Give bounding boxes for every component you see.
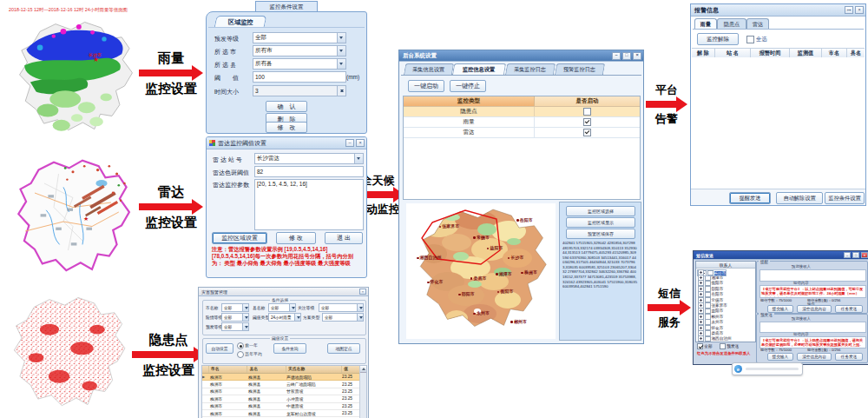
enable-checkbox[interactable]: [583, 108, 591, 116]
chevron-down-icon[interactable]: [337, 59, 345, 69]
recv-preview-box[interactable]: [760, 269, 866, 282]
select-all-checkbox[interactable]: 全选: [746, 36, 767, 43]
chevron-down-icon[interactable]: [242, 323, 248, 330]
checkbox-icon[interactable]: [720, 343, 726, 349]
chevron-down-icon[interactable]: [289, 304, 295, 311]
clear-content-button[interactable]: 清空信息内容: [797, 305, 832, 313]
submit-input-button[interactable]: 提交输入: [767, 353, 793, 361]
sms-select-all[interactable]: 全部: [697, 343, 712, 349]
monitor-condition-settings-button[interactable]: 监控条件设置: [825, 192, 865, 204]
table-row[interactable]: 雨量: [404, 117, 640, 128]
chevron-down-icon[interactable]: [337, 46, 345, 56]
radar-params-textarea[interactable]: [20, 1.5, 4.5, 12, 16]: [254, 179, 364, 230]
chevron-down-icon[interactable]: [294, 314, 300, 321]
table-row[interactable]: 株洲市 株洲县 龙军村山边滑坡 23.25: [202, 410, 366, 417]
table-row[interactable]: 隐患点: [404, 107, 640, 117]
sms-content-box[interactable]: 【省厅可视化监控平台】：以上隐患点雨量已达到阈值，请相关单位做好监测防范，必要时…: [760, 336, 866, 348]
table-row[interactable]: 株洲市 株洲县 小冲滑坡 23.25: [202, 395, 366, 402]
radar-threshold-input[interactable]: 82: [254, 166, 364, 177]
radio-avg-year[interactable]: 历年平均: [237, 351, 262, 358]
region-show-button[interactable]: 监控区域显示: [566, 217, 635, 228]
confirm-button[interactable]: 确 认: [266, 101, 307, 112]
enable-checkbox[interactable]: [583, 129, 591, 136]
maximize-icon[interactable]: □: [622, 52, 631, 60]
chevron-down-icon[interactable]: [242, 314, 248, 321]
filter-threshold-type-select[interactable]: 24小时雨量: [268, 313, 301, 322]
tab-collect-settings[interactable]: 采集信息设置: [404, 63, 454, 76]
tab-collect-log[interactable]: 采集监控日志: [505, 63, 556, 76]
close-icon[interactable]: ×: [633, 52, 641, 60]
enable-checkbox[interactable]: [583, 118, 591, 126]
task-send-button[interactable]: 任务发送: [835, 353, 863, 361]
start-all-button[interactable]: 一键启动: [408, 80, 444, 92]
table-row[interactable]: 株洲市 株洲县 甘家滑坡 23.25: [202, 388, 366, 395]
minimize-icon[interactable]: –: [345, 139, 354, 147]
checkbox-icon[interactable]: [746, 36, 754, 43]
radar-modify-button[interactable]: 修 改: [276, 232, 316, 244]
auto-set-button[interactable]: 自动设置: [206, 343, 233, 354]
city-select[interactable]: 所有市: [253, 45, 346, 56]
recv-preview-box[interactable]: [760, 322, 866, 333]
query-button[interactable]: 条件查询: [273, 343, 306, 354]
checkbox-icon[interactable]: [705, 336, 711, 342]
radio-prev-year[interactable]: 前一年: [237, 342, 258, 349]
alarm-titlebar[interactable]: 报警信息 ⊶ ×: [691, 4, 865, 17]
filter-city-select[interactable]: 全部: [221, 303, 249, 312]
sms-titlebar[interactable]: 短信发送 – □ ×: [694, 251, 868, 260]
tab-warn-log[interactable]: 预警监控日志: [555, 63, 605, 76]
pin-icon[interactable]: ⊶: [845, 6, 853, 14]
radar-station-select[interactable]: 长沙雷达: [254, 153, 364, 164]
modify-button[interactable]: 修 改: [266, 122, 307, 133]
table-row[interactable]: 雷达: [404, 128, 640, 138]
tab-monitor-settings[interactable]: 监控信息设置: [452, 63, 506, 76]
maximize-icon[interactable]: □: [852, 252, 859, 258]
hazard-window-titlebar[interactable]: 灾害预警管理 ×: [199, 288, 368, 296]
radar-exit-button[interactable]: 退 出: [325, 232, 363, 244]
task-send-button[interactable]: 任务发送: [835, 305, 863, 313]
chevron-down-icon[interactable]: [357, 314, 363, 321]
monitor-region-button[interactable]: 监控区域设置: [212, 232, 267, 244]
minimize-icon[interactable]: –: [612, 52, 621, 60]
table-row[interactable]: ▶ 株洲市 株洲县 严塘地面塌陷 23.25: [202, 374, 366, 381]
release-monitor-button[interactable]: 监控解除: [697, 33, 739, 45]
submit-input-button[interactable]: 提交输入: [767, 305, 793, 313]
region-save-button[interactable]: 预警区域保存: [566, 229, 635, 239]
close-icon[interactable]: ×: [356, 139, 365, 147]
filter-warnlevel-select[interactable]: 全部: [221, 322, 249, 331]
filter-county-select[interactable]: 全部: [268, 303, 296, 312]
vertical-scrollbar[interactable]: [359, 366, 366, 418]
table-row[interactable]: 株洲市 株洲县 中塘滑坡 23.25: [202, 403, 366, 410]
chevron-down-icon[interactable]: [357, 304, 363, 311]
chevron-down-icon[interactable]: [354, 154, 363, 163]
stop-all-button[interactable]: 一键停止: [450, 80, 486, 92]
checkbox-icon[interactable]: [707, 270, 713, 276]
table-row[interactable]: 株洲市 株洲县 云峰广地面塌陷 23.25: [202, 381, 366, 388]
sms-content-box[interactable]: 【省厅可视化监控平台】：以上站点雨量已达到阈值，可能引发地质灾害，请各单位及时做…: [760, 285, 866, 298]
close-icon[interactable]: ×: [359, 289, 366, 295]
send-reminder-button[interactable]: 提醒发送: [729, 192, 771, 204]
filter-attn-select[interactable]: 全部: [319, 303, 364, 312]
close-icon[interactable]: ×: [855, 6, 864, 14]
chevron-down-icon[interactable]: [337, 33, 345, 43]
clear-content-button[interactable]: 清空信息内容: [797, 353, 832, 361]
radar-dialog-titlebar[interactable]: 雷达监控阈值设置 – ×: [207, 137, 366, 149]
tab-region-monitor[interactable]: 区域监控: [214, 16, 267, 28]
sms-presend-check[interactable]: 预发送: [720, 343, 739, 349]
chevron-down-icon[interactable]: [242, 304, 248, 311]
region-select-button[interactable]: 监控区域选择: [566, 206, 635, 216]
radio-icon[interactable]: [237, 342, 244, 349]
warn-level-select[interactable]: 全部: [253, 32, 346, 43]
close-icon[interactable]: ×: [861, 252, 868, 258]
duration-stepper[interactable]: 3: [253, 85, 346, 96]
minimize-icon[interactable]: –: [844, 252, 851, 258]
spinner-icon[interactable]: [337, 86, 345, 96]
map-locate-button[interactable]: 地图定点: [327, 343, 360, 354]
filter-plan-select[interactable]: 全部: [322, 313, 364, 322]
notification-popup[interactable]: e: [732, 362, 803, 375]
county-select[interactable]: 所有县: [253, 58, 346, 70]
auto-release-settings-button[interactable]: 自动解除设置: [776, 192, 823, 204]
backend-titlebar[interactable]: 后台系统设置 – □ ×: [399, 50, 643, 62]
threshold-input[interactable]: 100: [253, 71, 346, 83]
expand-icon[interactable]: [698, 335, 704, 342]
radio-icon[interactable]: [237, 351, 244, 358]
